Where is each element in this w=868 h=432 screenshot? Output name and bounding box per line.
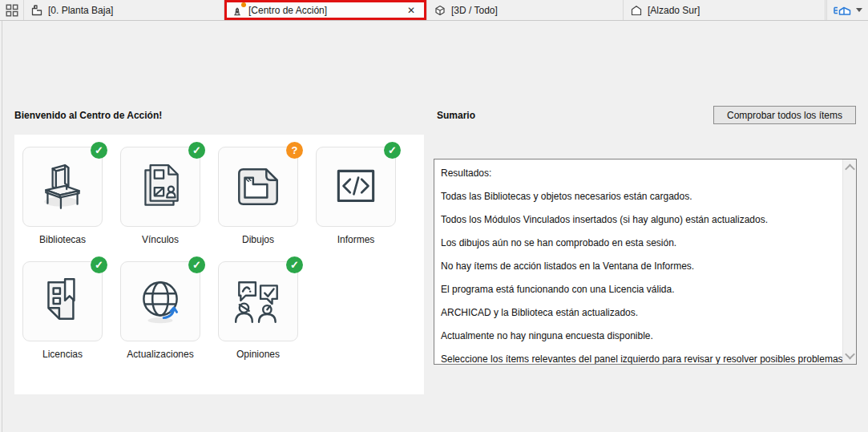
cube-icon bbox=[434, 4, 446, 17]
results-panel: Resultados: Todas las Bibliotecas y obje… bbox=[434, 159, 857, 365]
tab-planta-baja[interactable]: [0. Planta Baja] bbox=[24, 0, 224, 20]
tile-label: Bibliotecas bbox=[22, 234, 103, 245]
tab-label: [Alzado Sur] bbox=[648, 5, 700, 16]
tile-dibujos[interactable]: ? Dibujos bbox=[218, 147, 298, 245]
result-line: No hay ítems de acción listados en la Ve… bbox=[441, 254, 838, 277]
tile-opiniones[interactable]: ✓ Opiniones bbox=[218, 261, 298, 360]
documents-icon bbox=[134, 160, 187, 213]
code-icon bbox=[329, 160, 382, 213]
scrollbar[interactable] bbox=[842, 159, 856, 364]
elevation-icon bbox=[630, 4, 643, 17]
action-center-icon bbox=[231, 4, 244, 17]
result-line: El programa está funcionando con una Lic… bbox=[441, 277, 838, 301]
tab-label: [0. Planta Baja] bbox=[48, 5, 113, 16]
tab-alzado-sur[interactable]: [Alzado Sur] bbox=[624, 0, 826, 20]
scroll-up-button[interactable] bbox=[843, 161, 856, 175]
status-badge: ✓ bbox=[91, 256, 107, 273]
check-all-items-button[interactable]: Comprobar todos los ítems bbox=[713, 106, 856, 124]
tile-licencias[interactable]: ✓ Licencias bbox=[22, 261, 103, 360]
status-badge: ✓ bbox=[188, 142, 205, 159]
floorplan-icon bbox=[30, 4, 43, 17]
dropdown-caret-icon[interactable] bbox=[856, 8, 862, 12]
tabbar-right-controls bbox=[826, 0, 868, 20]
tab-bar: [0. Planta Baja] [Centro de Acción] ✕ bbox=[0, 0, 868, 21]
tab-label: [Centro de Acción] bbox=[248, 5, 327, 16]
drawing-icon bbox=[232, 160, 285, 213]
tab-3d-todo[interactable]: [3D / Todo] bbox=[427, 0, 624, 20]
result-line: Seleccione los ítems relevantes del pane… bbox=[441, 347, 838, 365]
status-badge: ? bbox=[286, 142, 303, 159]
tile-label: Vínculos bbox=[120, 234, 200, 245]
status-badge: ✓ bbox=[286, 256, 303, 273]
tab-centro-de-accion[interactable]: [Centro de Acción] ✕ bbox=[224, 0, 427, 20]
tile-label: Opiniones bbox=[218, 349, 298, 360]
result-line: Todos los Módulos Vinculados insertados … bbox=[441, 208, 838, 231]
welcome-title: Bienvenido al Centro de Acción! bbox=[14, 110, 162, 121]
tile-label: Actualizaciones bbox=[120, 349, 200, 360]
result-line: Resultados: bbox=[441, 161, 838, 184]
chair-icon bbox=[36, 160, 89, 213]
tile-actualizaciones[interactable]: ✓ Actualizaciones bbox=[120, 261, 200, 360]
tile-label: Dibujos bbox=[218, 234, 298, 245]
quad-view-icon bbox=[6, 4, 18, 17]
status-badge: ✓ bbox=[384, 142, 401, 159]
tile-label: Informes bbox=[316, 234, 396, 245]
summary-title: Sumario bbox=[437, 110, 475, 121]
window-left-border bbox=[2, 21, 2, 432]
tiles-grid: ✓ Bibliotecas ✓ bbox=[22, 147, 417, 360]
quad-view-button[interactable] bbox=[0, 0, 24, 20]
status-badge: ✓ bbox=[91, 142, 107, 159]
result-line: Los dibujos aún no se han comprobado en … bbox=[441, 231, 838, 254]
globe-update-icon bbox=[134, 275, 187, 328]
result-line: Todas las Bibliotecas y objetos necesari… bbox=[441, 184, 838, 208]
close-icon[interactable]: ✕ bbox=[402, 5, 420, 16]
feedback-icon bbox=[232, 275, 285, 328]
scroll-down-button[interactable] bbox=[843, 349, 856, 362]
notification-dot bbox=[241, 2, 246, 7]
result-line: Actualmente no hay ninguna encuesta disp… bbox=[441, 324, 838, 347]
action-center-panel: ✓ Bibliotecas ✓ bbox=[14, 135, 424, 394]
tile-informes[interactable]: ✓ Informes bbox=[316, 147, 396, 245]
result-line: ARCHICAD y la Biblioteca están actualiza… bbox=[441, 301, 838, 324]
chevron-up-icon bbox=[845, 164, 855, 175]
license-icon bbox=[36, 275, 89, 328]
results-list: Resultados: Todas las Bibliotecas y obje… bbox=[441, 161, 838, 365]
chevron-down-icon bbox=[845, 349, 855, 360]
navigator-icon[interactable] bbox=[833, 4, 852, 17]
tile-bibliotecas[interactable]: ✓ Bibliotecas bbox=[22, 147, 103, 245]
tab-label: [3D / Todo] bbox=[451, 5, 498, 16]
tile-vinculos[interactable]: ✓ Vínculos bbox=[120, 147, 200, 245]
tile-label: Licencias bbox=[22, 349, 103, 360]
status-badge: ✓ bbox=[188, 256, 205, 273]
